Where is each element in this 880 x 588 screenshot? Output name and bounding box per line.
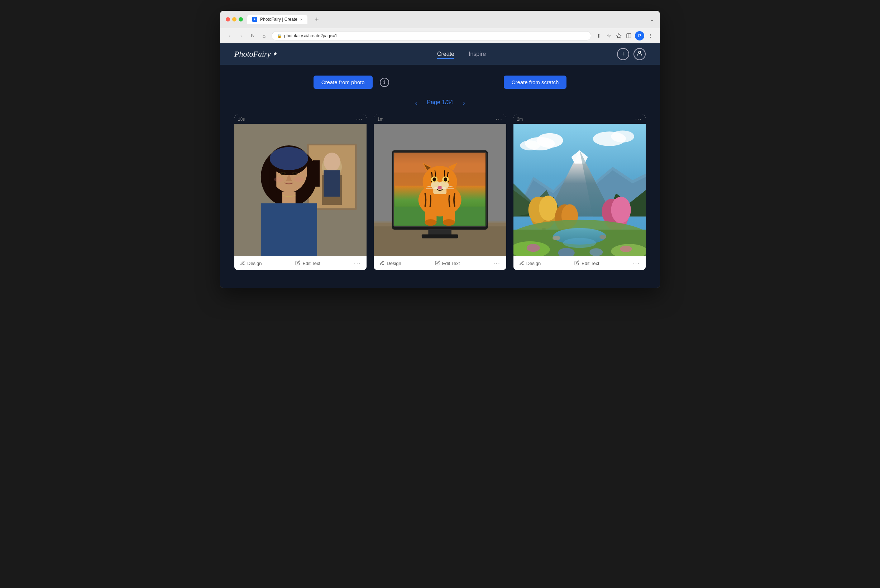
pagination: ‹ Page 1/34 › <box>411 98 469 107</box>
edit-text-label: Edit Text <box>581 261 599 266</box>
extensions-button[interactable] <box>615 32 623 40</box>
gallery-image-tiger <box>374 124 506 256</box>
nav-inspire-link[interactable]: Inspire <box>469 50 486 59</box>
svg-rect-15 <box>313 160 320 187</box>
nav-create-link[interactable]: Create <box>437 50 454 59</box>
info-icon: ℹ <box>383 80 385 85</box>
item-footer-menu-button[interactable]: ··· <box>633 260 640 266</box>
svg-point-39 <box>425 219 437 226</box>
more-options-button[interactable]: ⋮ <box>646 32 654 40</box>
add-button[interactable]: + <box>617 48 629 60</box>
svg-point-93 <box>553 236 560 240</box>
create-from-scratch-button[interactable]: Create from scratch <box>504 75 567 89</box>
gallery-image-container[interactable] <box>234 124 366 256</box>
gallery-item: 18s ··· <box>234 115 366 270</box>
edit-text-icon <box>435 260 440 266</box>
svg-rect-0 <box>627 34 631 38</box>
edit-text-label: Edit Text <box>302 261 320 266</box>
svg-point-2 <box>638 51 641 53</box>
sidebar-toggle-button[interactable] <box>625 32 633 40</box>
design-label: Design <box>387 261 401 266</box>
refresh-button[interactable]: ↻ <box>249 32 257 40</box>
svg-point-19 <box>282 172 284 175</box>
gallery-item: 2m ··· <box>514 115 646 270</box>
app-content: PhotoFairy ✦ Create Inspire + <box>220 44 660 288</box>
design-icon <box>519 260 524 266</box>
item-menu-button[interactable]: ··· <box>356 116 363 123</box>
svg-point-23 <box>274 177 284 182</box>
svg-rect-31 <box>422 234 458 238</box>
gallery-item-footer: Design Edit Text ··· <box>514 256 646 270</box>
item-menu-button[interactable]: ··· <box>635 116 642 123</box>
logo-fairy-icon: ✦ <box>272 50 277 58</box>
window-controls <box>226 17 243 21</box>
edit-text-button[interactable]: Edit Text <box>435 260 460 266</box>
logo-text: PhotoFairy <box>234 50 270 59</box>
browser-profile-button[interactable]: P <box>635 31 644 40</box>
home-button[interactable]: ⌂ <box>260 32 268 40</box>
item-timestamp: 18s <box>238 117 245 122</box>
design-button[interactable]: Design <box>519 260 541 266</box>
gallery-row: 18s ··· <box>234 115 646 270</box>
prev-page-button[interactable]: ‹ <box>411 98 421 107</box>
minimize-window-button[interactable] <box>232 17 236 21</box>
edit-text-button[interactable]: Edit Text <box>295 260 320 266</box>
browser-window: ✦ PhotoFairy | Create × + ⌄ ‹ › ↻ ⌂ 🔒 ph… <box>220 11 660 288</box>
item-footer-menu-button[interactable]: ··· <box>354 260 361 266</box>
item-menu-button[interactable]: ··· <box>496 116 502 123</box>
design-icon <box>240 260 245 266</box>
design-button[interactable]: Design <box>240 260 261 266</box>
close-window-button[interactable] <box>226 17 230 21</box>
browser-addressbar: ‹ › ↻ ⌂ 🔒 photofairy.ai/create?page=1 ⬆ … <box>220 28 660 44</box>
favicon-icon: ✦ <box>253 18 256 21</box>
address-bar[interactable]: 🔒 photofairy.ai/create?page=1 <box>272 31 591 40</box>
url-text: photofairy.ai/create?page=1 <box>284 33 337 38</box>
gallery-item-footer: Design Edit Text ··· <box>374 256 506 270</box>
tab-close-button[interactable]: × <box>300 17 302 21</box>
profile-button[interactable] <box>634 48 646 60</box>
share-button[interactable]: ⬆ <box>595 32 603 40</box>
svg-point-24 <box>294 177 304 182</box>
item-timestamp: 1m <box>377 117 383 122</box>
plus-icon: + <box>621 51 625 58</box>
gallery-item-header: 2m ··· <box>514 115 646 124</box>
svg-point-86 <box>563 238 596 248</box>
svg-point-40 <box>443 219 455 226</box>
main-area: Create from photo ℹ Create from scratch … <box>220 65 660 288</box>
svg-point-61 <box>520 140 540 150</box>
bookmark-button[interactable]: ☆ <box>605 32 613 40</box>
svg-point-49 <box>444 178 447 182</box>
next-page-button[interactable]: › <box>459 98 469 107</box>
edit-text-icon <box>574 260 580 266</box>
design-icon <box>380 260 384 266</box>
svg-point-90 <box>620 246 632 252</box>
gallery-image-container[interactable] <box>374 124 506 256</box>
browser-toolbar: ⬆ ☆ P ⋮ <box>595 31 654 40</box>
svg-point-89 <box>527 244 540 252</box>
browser-tab[interactable]: ✦ PhotoFairy | Create × <box>247 15 308 24</box>
svg-point-60 <box>536 133 563 148</box>
app-nav: PhotoFairy ✦ Create Inspire + <box>220 44 660 65</box>
item-timestamp: 2m <box>517 117 523 122</box>
forward-button[interactable]: › <box>237 32 245 40</box>
new-tab-button[interactable]: + <box>312 14 322 24</box>
svg-rect-22 <box>261 203 317 256</box>
maximize-window-button[interactable] <box>239 17 243 21</box>
create-from-photo-button[interactable]: Create from photo <box>314 75 372 89</box>
svg-rect-30 <box>428 229 452 235</box>
svg-point-92 <box>589 248 603 256</box>
user-icon <box>636 50 643 58</box>
edit-text-label: Edit Text <box>442 261 460 266</box>
gallery-image-landscape <box>514 124 646 256</box>
create-buttons-row: Create from photo ℹ Create from scratch <box>314 75 567 89</box>
gallery-section: 18s ··· <box>234 115 646 277</box>
app-logo: PhotoFairy ✦ <box>234 50 306 59</box>
gallery-image-container[interactable] <box>514 124 646 256</box>
edit-text-button[interactable]: Edit Text <box>574 260 599 266</box>
item-footer-menu-button[interactable]: ··· <box>493 260 500 266</box>
back-button[interactable]: ‹ <box>226 32 234 40</box>
info-button[interactable]: ℹ <box>380 78 389 87</box>
svg-point-9 <box>324 153 340 171</box>
page-label: Page 1/34 <box>427 99 453 106</box>
design-button[interactable]: Design <box>380 260 401 266</box>
